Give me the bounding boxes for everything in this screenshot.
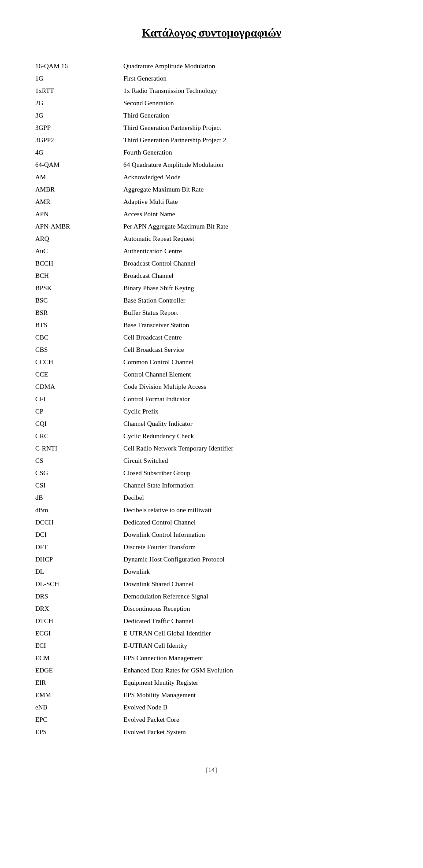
- abbr-term: 1G: [35, 75, 123, 82]
- abbr-definition: Binary Phase Shift Keying: [123, 284, 388, 292]
- abbr-term: 3GPP2: [35, 137, 123, 144]
- abbr-term: CQI: [35, 420, 123, 428]
- abbr-row: DCCHDedicated Control Channel: [35, 518, 388, 530]
- abbr-row: BCCHBroadcast Control Channel: [35, 259, 388, 271]
- abbr-definition: Fourth Generation: [123, 149, 388, 156]
- abbr-definition: Discrete Fourier Transform: [123, 543, 388, 551]
- abbr-row: 3GPPThird Generation Partnership Project: [35, 123, 388, 136]
- abbr-definition: Third Generation Partnership Project 2: [123, 137, 388, 144]
- abbr-definition: Cell Radio Network Temporary Identifier: [123, 445, 388, 452]
- abbr-row: ECGIE-UTRAN Cell Global Identifier: [35, 629, 388, 641]
- abbr-definition: Dedicated Traffic Channel: [123, 617, 388, 625]
- abbr-term: CCE: [35, 371, 123, 378]
- abbr-row: 4GFourth Generation: [35, 148, 388, 160]
- abbr-row: DHCPDynamic Host Configuration Protocol: [35, 555, 388, 567]
- abbr-row: CBCCell Broadcast Centre: [35, 333, 388, 345]
- abbr-term: 3G: [35, 112, 123, 119]
- abbr-row: AuCAuthentication Centre: [35, 247, 388, 259]
- abbr-row: BPSKBinary Phase Shift Keying: [35, 284, 388, 296]
- abbr-term: AuC: [35, 247, 123, 255]
- abbr-term: 3GPP: [35, 124, 123, 132]
- abbr-term: BSR: [35, 309, 123, 317]
- abbr-row: 16-QAM 16Quadrature Amplitude Modulation: [35, 62, 388, 74]
- abbr-term: 16-QAM 16: [35, 63, 123, 70]
- abbr-row: BCHBroadcast Channel: [35, 271, 388, 284]
- abbr-definition: Third Generation: [123, 112, 388, 119]
- abbr-term: AM: [35, 174, 123, 181]
- abbr-row: BSCBase Station Controller: [35, 296, 388, 308]
- abbr-definition: Common Control Channel: [123, 358, 388, 366]
- abbr-term: EIR: [35, 679, 123, 687]
- abbr-row: ECIE-UTRAN Cell Identity: [35, 641, 388, 654]
- abbr-row: EIREquipment Identity Register: [35, 678, 388, 691]
- abbr-definition: Cyclic Prefix: [123, 408, 388, 415]
- abbr-row: CSIChannel State Information: [35, 481, 388, 493]
- abbr-definition: Decibel: [123, 494, 388, 502]
- abbr-term: APN: [35, 211, 123, 218]
- page-footer: [14]: [35, 766, 388, 774]
- abbr-term: CBC: [35, 334, 123, 341]
- abbr-definition: Access Point Name: [123, 211, 388, 218]
- abbr-row: EPCEvolved Packet Core: [35, 715, 388, 728]
- abbr-row: CBSCell Broadcast Service: [35, 345, 388, 358]
- abbr-term: CCCH: [35, 358, 123, 366]
- abbr-term: ECM: [35, 654, 123, 662]
- abbr-term: CBS: [35, 346, 123, 354]
- abbr-term: 1xRTT: [35, 87, 123, 95]
- abbr-definition: Base Transceiver Station: [123, 321, 388, 329]
- abbr-row: CCEControl Channel Element: [35, 370, 388, 382]
- abbr-term: EPC: [35, 716, 123, 724]
- abbr-row: 3GPP2Third Generation Partnership Projec…: [35, 136, 388, 148]
- abbr-term: ARQ: [35, 235, 123, 243]
- abbr-term: DHCP: [35, 556, 123, 563]
- abbr-term: DRX: [35, 605, 123, 613]
- abbr-term: DL: [35, 568, 123, 576]
- abbr-definition: Circuit Switched: [123, 457, 388, 465]
- abbr-row: APNAccess Point Name: [35, 210, 388, 222]
- abbr-term: CSI: [35, 482, 123, 489]
- abbr-definition: Downlink: [123, 568, 388, 576]
- abbr-row: DRXDiscontinuous Reception: [35, 604, 388, 617]
- abbr-definition: Equipment Identity Register: [123, 679, 388, 687]
- abbr-term: CRC: [35, 432, 123, 440]
- abbr-term: CFI: [35, 395, 123, 403]
- abbr-row: eNBEvolved Node B: [35, 703, 388, 715]
- abbr-row: AMBRAggregate Maximum Bit Rate: [35, 185, 388, 197]
- abbr-term: DFT: [35, 543, 123, 551]
- abbr-row: EMMEPS Mobility Management: [35, 691, 388, 703]
- abbr-row: DCIDownlink Control Information: [35, 530, 388, 543]
- abbr-definition: Third Generation Partnership Project: [123, 124, 388, 132]
- abbr-term: DRS: [35, 593, 123, 600]
- abbr-definition: Per APN Aggregate Maximum Bit Rate: [123, 223, 388, 230]
- abbr-definition: Evolved Node B: [123, 704, 388, 711]
- abbr-definition: Control Format Indicator: [123, 395, 388, 403]
- abbr-row: dBmDecibels relative to one milliwatt: [35, 506, 388, 518]
- abbr-definition: Channel Quality Indicator: [123, 420, 388, 428]
- abbr-row: CSCircuit Switched: [35, 456, 388, 469]
- abbr-term: ECGI: [35, 630, 123, 637]
- abbr-term: CDMA: [35, 383, 123, 391]
- abbr-definition: Dedicated Control Channel: [123, 519, 388, 526]
- abbr-row: BSRBuffer Status Report: [35, 308, 388, 321]
- abbr-row: 3GThird Generation: [35, 111, 388, 123]
- abbr-definition: Adaptive Multi Rate: [123, 198, 388, 206]
- abbr-definition: Evolved Packet Core: [123, 716, 388, 724]
- abbr-row: APN-AMBRPer APN Aggregate Maximum Bit Ra…: [35, 222, 388, 234]
- abbr-term: CSG: [35, 469, 123, 477]
- abbr-definition: Automatic Repeat Request: [123, 235, 388, 243]
- abbr-row: CFIControl Format Indicator: [35, 395, 388, 407]
- abbr-definition: Cell Broadcast Centre: [123, 334, 388, 341]
- abbr-definition: 1x Radio Transmission Technology: [123, 87, 388, 95]
- abbr-definition: Broadcast Control Channel: [123, 260, 388, 267]
- abbr-row: EDGEEnhanced Data Rates for GSM Evolutio…: [35, 666, 388, 678]
- abbr-row: ECMEPS Connection Management: [35, 654, 388, 666]
- abbr-row: EPSEvolved Packet System: [35, 728, 388, 740]
- abbr-row: CDMACode Division Multiple Access: [35, 382, 388, 395]
- abbr-row: DLDownlink: [35, 567, 388, 580]
- abbr-definition: Downlink Shared Channel: [123, 580, 388, 588]
- abbr-term: 64-QAM: [35, 161, 123, 169]
- abbr-term: BPSK: [35, 284, 123, 292]
- abbr-definition: EPS Connection Management: [123, 654, 388, 662]
- abbr-term: ECI: [35, 642, 123, 650]
- abbr-term: dBm: [35, 506, 123, 514]
